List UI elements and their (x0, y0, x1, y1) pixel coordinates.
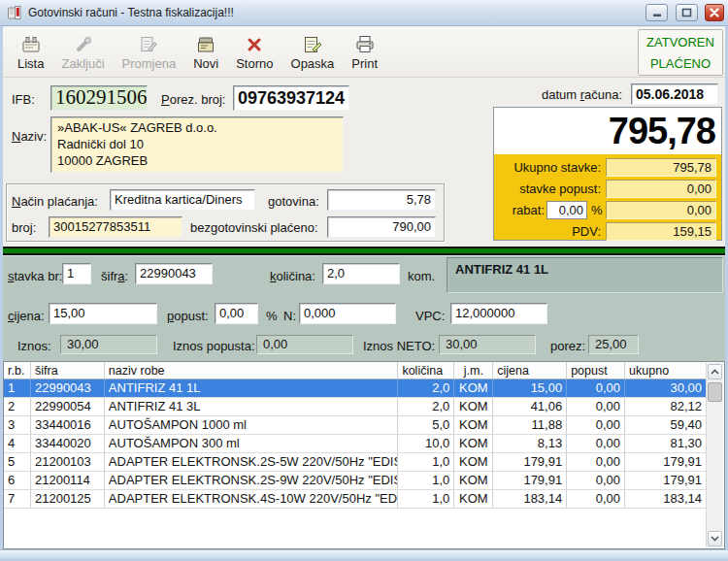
percent-label: % (266, 309, 278, 323)
cell-jm: KOM (454, 453, 493, 471)
col-header-cijena[interactable]: cijena (493, 362, 567, 379)
porez-broj-field[interactable]: 09763937124 (233, 85, 349, 111)
datum-racuna-field[interactable]: 05.06.2018 (631, 83, 718, 105)
table-row[interactable]: 2 22990054 ANTIFRIZ 41 3L 2,0 KOM 41,06 … (4, 398, 706, 416)
cell-naziv: ANTIFRIZ 41 1L (105, 380, 399, 397)
cell-rb: 1 (4, 380, 31, 397)
vertical-scrollbar[interactable] (706, 363, 723, 547)
stavka-br-field[interactable]: 1 (62, 263, 91, 284)
cell-jm: KOM (454, 472, 493, 489)
lock-icon (72, 33, 95, 56)
opaska-label: Opaska (291, 56, 335, 71)
cell-popust: 0,00 (567, 416, 625, 434)
gotovina-label: gotovina: (268, 194, 319, 209)
ifb-label: IFB: (12, 92, 35, 107)
zakljuci-label: Zaključi (61, 56, 104, 71)
rabat-label: rabat: (438, 203, 545, 217)
gotovina-field[interactable]: 5,78 (327, 189, 436, 211)
cell-ukupno: 82,12 (625, 398, 706, 415)
minimize-icon (652, 8, 662, 17)
app-window: Gotovinski računi - Testna fiskalizacija… (0, 0, 728, 561)
col-header-kolicina[interactable]: količina (398, 362, 454, 379)
cijena-field[interactable]: 15,00 (49, 303, 157, 324)
stavke-popust-label: stavke popust: (494, 182, 601, 196)
cell-jm: KOM (454, 398, 493, 415)
close-button[interactable] (705, 4, 724, 21)
sifra-label: šifra: (101, 269, 128, 283)
novi-button[interactable]: Novi (184, 29, 227, 76)
scrollbar-thumb[interactable] (708, 382, 722, 402)
cell-sifra: 33440016 (31, 416, 105, 434)
table-row[interactable]: 4 33440020 AUTOŠAMPON 300 ml 10,0 KOM 8,… (4, 435, 706, 453)
cell-jm: KOM (454, 380, 493, 397)
cell-jm: KOM (454, 490, 493, 508)
opaska-button[interactable]: Opaska (282, 29, 344, 76)
popust-field[interactable]: 0,00 (215, 303, 258, 324)
maximize-button[interactable] (676, 4, 698, 21)
cell-rb: 3 (4, 416, 31, 434)
cell-cijena: 179,91 (493, 472, 567, 489)
cell-kolicina: 1,0 (398, 453, 454, 471)
cell-sifra: 21200103 (31, 453, 105, 471)
table-row[interactable]: 5 21200103 ADAPTER ELEKTRONSK.2S-5W 220V… (4, 453, 706, 472)
col-header-rb[interactable]: r.b. (4, 362, 31, 379)
lista-button[interactable]: Lista (9, 29, 52, 76)
chevron-down-icon (711, 536, 719, 542)
pdv-value: 159,15 (606, 222, 716, 241)
cell-ukupno: 59,40 (625, 416, 706, 434)
porez-broj-label: Porez. broj: (161, 92, 225, 107)
porez-label: porez: (550, 339, 585, 353)
scroll-down-button[interactable] (708, 531, 722, 546)
ifb-field[interactable]: 160291506 (50, 85, 148, 111)
print-label: Print (351, 56, 378, 71)
vpc-field[interactable]: 12,000000 (450, 303, 547, 324)
cell-naziv: ADAPTER ELEKTRONSK.2S-5W 220V/50Hz "EDIS… (105, 453, 399, 471)
table-row[interactable]: 6 21200114 ADAPTER ELEKTRONSK.2S-9W 220V… (4, 472, 706, 490)
status-line-2: PLAĆENO (639, 53, 722, 75)
nacin-placanja-field[interactable]: Kreditna kartica/Diners (110, 189, 255, 211)
iznos-label: Iznos: (17, 339, 51, 353)
minimize-button[interactable] (645, 4, 668, 21)
nacin-placanja-label: Način plaćanja: (12, 194, 98, 209)
cell-cijena: 41,06 (493, 398, 567, 415)
col-header-jm[interactable]: j.m. (454, 362, 493, 379)
jedinica-label: kom. (408, 269, 435, 283)
pdv-label: PDV: (494, 224, 601, 239)
close-icon (710, 8, 719, 17)
iznos-neto-label: Iznos NETO: (363, 339, 435, 353)
item-name-panel: ANTIFRIZ 41 1L (447, 257, 723, 293)
col-header-naziv[interactable]: naziv robe (105, 362, 399, 379)
n-field[interactable]: 0,000 (299, 303, 396, 324)
table-row[interactable]: 1 22990043 ANTIFRIZ 41 1L 2,0 KOM 15,00 … (4, 380, 706, 398)
table-row[interactable]: 3 33440016 AUTOŠAMPON 1000 ml 5,0 KOM 11… (4, 416, 706, 435)
col-header-ukupno[interactable]: ukupno (625, 362, 706, 379)
datum-racuna-label: datum računa: (542, 87, 622, 102)
cell-kolicina: 10,0 (398, 435, 454, 452)
status-badge: ZATVOREN PLAĆENO (638, 29, 723, 76)
col-header-sifra[interactable]: šifra (31, 362, 105, 379)
window-edge-bottom (0, 549, 728, 561)
vpc-label: VPC: (415, 309, 445, 323)
storno-button[interactable]: Storno (227, 29, 281, 76)
cell-kolicina: 2,0 (398, 380, 454, 397)
broj-field[interactable]: 30015277853511 (49, 216, 182, 238)
cell-kolicina: 1,0 (398, 490, 454, 508)
table-row[interactable]: 7 21200125 ADAPTER ELEKTRONSK.4S-10W 220… (4, 490, 706, 509)
cell-ukupno: 30,00 (625, 380, 706, 397)
naziv-field[interactable]: »ABAK-US« ZAGREB d.o.o. Radnički dol 10 … (50, 116, 344, 173)
cell-cijena: 15,00 (493, 380, 567, 397)
rabat-input[interactable]: 0,00 (546, 201, 587, 219)
kolicina-field[interactable]: 2,0 (322, 263, 400, 284)
sifra-field[interactable]: 22990043 (135, 263, 213, 284)
print-button[interactable]: Print (343, 29, 386, 76)
cell-naziv: ADAPTER ELEKTRONSK.2S-9W 220V/50Hz "EDIS… (105, 472, 399, 489)
toolbar: Lista Zaključi Promjena Novi (3, 27, 725, 78)
bezgotovinski-field[interactable]: 790,00 (327, 216, 436, 238)
maximize-icon (681, 8, 692, 17)
cell-cijena: 179,91 (493, 453, 567, 471)
scroll-up-button[interactable] (708, 364, 722, 380)
cell-kolicina: 5,0 (398, 416, 454, 434)
col-header-popust[interactable]: popust (567, 362, 625, 379)
broj-label: broj: (12, 220, 36, 235)
app-icon (7, 5, 22, 20)
